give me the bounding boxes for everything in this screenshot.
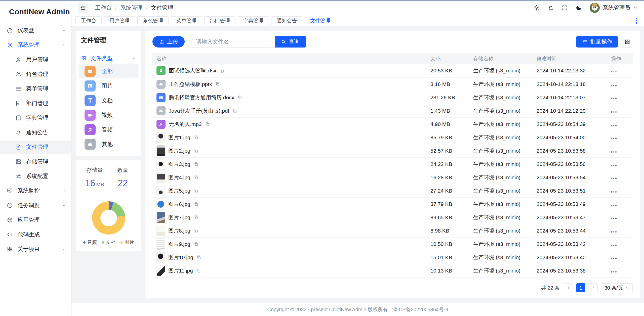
sidebar-item-dashboard[interactable]: 仪表盘 [0, 24, 71, 37]
copy-icon[interactable] [194, 242, 198, 246]
copy-icon[interactable] [194, 202, 198, 206]
file-type-item-image[interactable]: 图片 [79, 79, 138, 93]
table-row[interactable]: 无名的人.mp34.90 MB生产环境 (s3_minio)2024-05-23… [152, 117, 633, 131]
row-actions-button[interactable] [611, 95, 617, 100]
sidebar-item-app-management[interactable]: 应用管理 [0, 213, 71, 227]
tab-dept-management[interactable]: 部门管理 [204, 16, 235, 25]
table-row[interactable]: 图片10.jpg15.01 KB生产环境 (s3_minio)2024-05-2… [152, 251, 633, 264]
row-actions-button[interactable] [611, 134, 617, 140]
file-name[interactable]: 图片6.jpg [168, 201, 190, 208]
file-name[interactable]: 图片8.jpg [168, 227, 190, 234]
row-actions-button[interactable] [611, 188, 617, 194]
gear-icon[interactable] [533, 5, 540, 11]
file-name[interactable]: Java开发手册(黄山版).pdf [169, 107, 229, 114]
file-name[interactable]: 图片4.jpg [168, 174, 190, 181]
table-row[interactable]: 工作总结模板.pptx3.16 MB生产环境 (s3_minio)2024-10… [152, 77, 633, 91]
tab-menu-management[interactable]: 菜单管理 [171, 16, 202, 25]
table-row[interactable]: 图片2.jpg52.57 KB生产环境 (s3_minio)2024-05-23… [152, 144, 633, 157]
tab-workbench[interactable]: 工作台 [75, 16, 102, 25]
copy-icon[interactable] [237, 95, 242, 100]
copy-icon[interactable] [194, 228, 198, 233]
file-type-item-document[interactable]: T文档 [79, 94, 138, 108]
file-type-group[interactable]: 文件类型 [81, 53, 136, 64]
table-row[interactable]: 图片8.jpg8.98 KB生产环境 (s3_minio)2024-05-23 … [152, 224, 633, 237]
table-row[interactable]: W腾讯招聘官方通用简历.docx231.26 KB生产环境 (s3_minio)… [152, 91, 633, 104]
sidebar-item-system-management[interactable]: 系统管理 [0, 38, 71, 52]
file-name[interactable]: 无名的人.mp3 [169, 121, 202, 128]
sidebar-item-about-project[interactable]: 关于项目 [0, 243, 71, 256]
file-name[interactable]: 腾讯招聘官方通用简历.docx [169, 94, 234, 101]
table-row[interactable]: 图片3.jpg24.22 KB生产环境 (s3_minio)2024-05-23… [152, 157, 633, 171]
tab-notice[interactable]: 通知公告 [271, 16, 302, 25]
table-row[interactable]: 图片7.jpg89.65 KB生产环境 (s3_minio)2024-05-23… [152, 211, 633, 224]
search-input[interactable] [191, 36, 275, 48]
batch-operations-button[interactable]: 批量操作 [576, 36, 618, 48]
page-number-button[interactable]: 1 [576, 283, 585, 292]
table-row[interactable]: 图片5.jpg27.24 KB生产环境 (s3_minio)2024-05-23… [152, 184, 633, 197]
table-row[interactable]: 图片4.jpg16.28 KB生产环境 (s3_minio)2024-05-23… [152, 171, 633, 184]
copy-icon[interactable] [194, 188, 198, 193]
file-name[interactable]: 面试候选人管理.xlsx [169, 67, 216, 74]
copy-icon[interactable] [196, 268, 201, 273]
tab-file-management[interactable]: 文件管理 [305, 16, 336, 25]
bell-icon[interactable] [547, 5, 554, 11]
copy-icon[interactable] [194, 215, 198, 220]
legend-item-3[interactable]: 图片 [120, 239, 134, 246]
sidebar-item-menu-management[interactable]: 菜单管理 [0, 82, 71, 95]
file-name[interactable]: 图片2.jpg [168, 147, 190, 154]
file-name[interactable]: 图片9.jpg [168, 241, 190, 248]
row-actions-button[interactable] [611, 228, 617, 234]
upload-button[interactable]: 上传 [152, 36, 185, 48]
sidebar-item-code-generation[interactable]: 代码生成 [0, 228, 71, 241]
copy-icon[interactable] [194, 162, 198, 166]
row-actions-button[interactable] [611, 81, 617, 87]
row-actions-button[interactable] [611, 68, 617, 73]
breadcrumb-item[interactable]: 工作台 [95, 4, 112, 12]
row-actions-button[interactable] [611, 121, 617, 127]
copy-icon[interactable] [194, 135, 198, 140]
row-actions-button[interactable] [611, 201, 617, 207]
legend-item-1[interactable]: 音频 [83, 239, 97, 246]
file-name[interactable]: 图片1.jpg [168, 134, 190, 141]
table-row[interactable]: 图片11.jpg10.13 KB生产环境 (s3_minio)2024-05-2… [152, 264, 633, 277]
table-row[interactable]: 图片6.jpg37.79 KB生产环境 (s3_minio)2024-05-23… [152, 197, 633, 211]
breadcrumb-item[interactable]: 文件管理 [151, 4, 173, 12]
file-type-item-audio[interactable]: 音频 [79, 123, 138, 137]
legend-item-2[interactable]: 文档 [102, 239, 115, 246]
file-name[interactable]: 图片11.jpg [168, 267, 193, 274]
sidebar-item-dict-management[interactable]: 字典管理 [0, 111, 71, 124]
row-actions-button[interactable] [611, 108, 617, 114]
sidebar-item-notice[interactable]: 通知公告 [0, 126, 71, 139]
row-actions-button[interactable] [611, 174, 617, 180]
copy-icon[interactable] [194, 148, 198, 153]
tab-role-management[interactable]: 角色管理 [137, 16, 169, 25]
sidebar-item-file-management[interactable]: 文件管理 [0, 141, 71, 154]
table-row[interactable]: Java开发手册(黄山版).pdf1.43 MB生产环境 (s3_minio)2… [152, 104, 633, 117]
breadcrumb-item[interactable]: 系统管理 [120, 4, 142, 12]
file-name[interactable]: 图片7.jpg [168, 214, 190, 221]
sidebar-item-system-config[interactable]: 系统配置 [0, 170, 71, 183]
sidebar-item-role-management[interactable]: 角色管理 [0, 68, 71, 81]
file-name[interactable]: 图片5.jpg [168, 187, 190, 194]
row-actions-button[interactable] [611, 254, 617, 260]
tab-dict-management[interactable]: 字典管理 [238, 16, 269, 25]
page-size-select[interactable]: 30 条/页 [601, 283, 633, 292]
file-name[interactable]: 图片3.jpg [168, 161, 190, 168]
file-type-item-all[interactable]: 全部 [79, 64, 138, 78]
sidebar-item-task-schedule[interactable]: 任务调度 [0, 199, 71, 212]
table-row[interactable]: 图片1.jpg85.79 KB生产环境 (s3_minio)2024-05-23… [152, 131, 633, 144]
tab-user-management[interactable]: 用户管理 [104, 16, 135, 25]
sidebar-item-user-management[interactable]: 用户管理 [0, 53, 71, 66]
copy-icon[interactable] [215, 82, 220, 86]
file-type-item-other[interactable]: 其他 [79, 137, 138, 151]
copy-icon[interactable] [220, 68, 224, 73]
moon-icon[interactable] [576, 5, 582, 11]
row-actions-button[interactable] [611, 161, 617, 167]
row-actions-button[interactable] [611, 241, 617, 247]
file-type-item-video[interactable]: 视频 [79, 108, 138, 122]
kebab-menu-icon[interactable] [632, 18, 640, 24]
copy-icon[interactable] [232, 108, 237, 113]
row-actions-button[interactable] [611, 148, 617, 154]
prev-page-button[interactable] [564, 283, 573, 292]
copy-icon[interactable] [194, 175, 198, 180]
